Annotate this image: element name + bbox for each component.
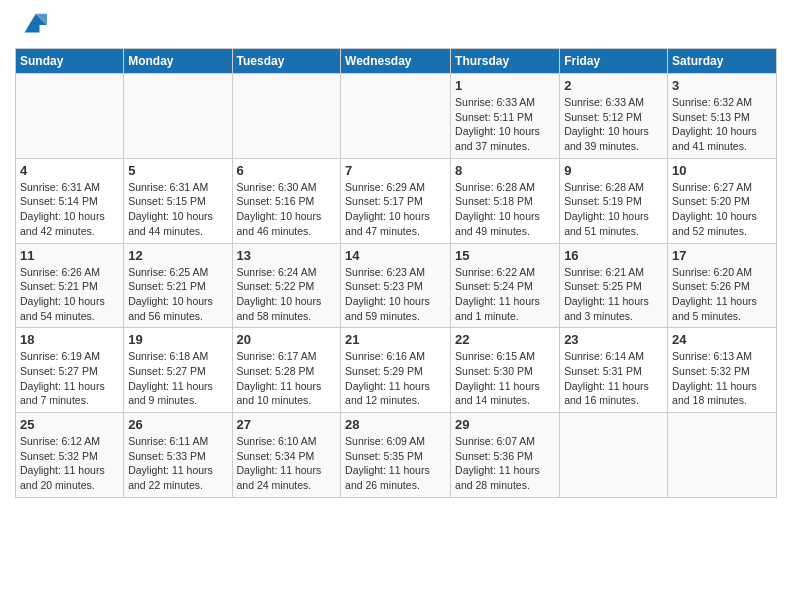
column-header-thursday: Thursday	[451, 49, 560, 74]
logo-icon	[17, 10, 47, 40]
day-info: Sunrise: 6:21 AM Sunset: 5:25 PM Dayligh…	[564, 265, 663, 324]
day-info: Sunrise: 6:29 AM Sunset: 5:17 PM Dayligh…	[345, 180, 446, 239]
day-number: 12	[128, 248, 227, 263]
day-number: 3	[672, 78, 772, 93]
day-info: Sunrise: 6:23 AM Sunset: 5:23 PM Dayligh…	[345, 265, 446, 324]
calendar-day-cell: 28Sunrise: 6:09 AM Sunset: 5:35 PM Dayli…	[341, 413, 451, 498]
day-number: 24	[672, 332, 772, 347]
day-number: 13	[237, 248, 337, 263]
calendar-day-cell: 24Sunrise: 6:13 AM Sunset: 5:32 PM Dayli…	[668, 328, 777, 413]
calendar-header-row: SundayMondayTuesdayWednesdayThursdayFrid…	[16, 49, 777, 74]
day-info: Sunrise: 6:12 AM Sunset: 5:32 PM Dayligh…	[20, 434, 119, 493]
day-number: 16	[564, 248, 663, 263]
calendar-day-cell	[560, 413, 668, 498]
calendar-day-cell: 12Sunrise: 6:25 AM Sunset: 5:21 PM Dayli…	[124, 243, 232, 328]
calendar-day-cell: 19Sunrise: 6:18 AM Sunset: 5:27 PM Dayli…	[124, 328, 232, 413]
day-info: Sunrise: 6:22 AM Sunset: 5:24 PM Dayligh…	[455, 265, 555, 324]
day-info: Sunrise: 6:28 AM Sunset: 5:18 PM Dayligh…	[455, 180, 555, 239]
day-number: 20	[237, 332, 337, 347]
calendar-day-cell: 2Sunrise: 6:33 AM Sunset: 5:12 PM Daylig…	[560, 74, 668, 159]
day-info: Sunrise: 6:20 AM Sunset: 5:26 PM Dayligh…	[672, 265, 772, 324]
day-number: 18	[20, 332, 119, 347]
day-number: 27	[237, 417, 337, 432]
logo	[15, 10, 47, 40]
calendar-day-cell: 8Sunrise: 6:28 AM Sunset: 5:18 PM Daylig…	[451, 158, 560, 243]
day-number: 11	[20, 248, 119, 263]
calendar-day-cell: 18Sunrise: 6:19 AM Sunset: 5:27 PM Dayli…	[16, 328, 124, 413]
day-info: Sunrise: 6:25 AM Sunset: 5:21 PM Dayligh…	[128, 265, 227, 324]
day-info: Sunrise: 6:28 AM Sunset: 5:19 PM Dayligh…	[564, 180, 663, 239]
day-info: Sunrise: 6:31 AM Sunset: 5:15 PM Dayligh…	[128, 180, 227, 239]
day-info: Sunrise: 6:10 AM Sunset: 5:34 PM Dayligh…	[237, 434, 337, 493]
calendar-day-cell: 5Sunrise: 6:31 AM Sunset: 5:15 PM Daylig…	[124, 158, 232, 243]
day-number: 14	[345, 248, 446, 263]
calendar-week-row: 4Sunrise: 6:31 AM Sunset: 5:14 PM Daylig…	[16, 158, 777, 243]
day-info: Sunrise: 6:24 AM Sunset: 5:22 PM Dayligh…	[237, 265, 337, 324]
day-info: Sunrise: 6:17 AM Sunset: 5:28 PM Dayligh…	[237, 349, 337, 408]
day-number: 5	[128, 163, 227, 178]
calendar-day-cell: 25Sunrise: 6:12 AM Sunset: 5:32 PM Dayli…	[16, 413, 124, 498]
calendar-day-cell: 4Sunrise: 6:31 AM Sunset: 5:14 PM Daylig…	[16, 158, 124, 243]
calendar-day-cell: 9Sunrise: 6:28 AM Sunset: 5:19 PM Daylig…	[560, 158, 668, 243]
day-info: Sunrise: 6:15 AM Sunset: 5:30 PM Dayligh…	[455, 349, 555, 408]
day-info: Sunrise: 6:13 AM Sunset: 5:32 PM Dayligh…	[672, 349, 772, 408]
calendar-week-row: 18Sunrise: 6:19 AM Sunset: 5:27 PM Dayli…	[16, 328, 777, 413]
day-info: Sunrise: 6:18 AM Sunset: 5:27 PM Dayligh…	[128, 349, 227, 408]
column-header-wednesday: Wednesday	[341, 49, 451, 74]
calendar-day-cell: 21Sunrise: 6:16 AM Sunset: 5:29 PM Dayli…	[341, 328, 451, 413]
day-number: 17	[672, 248, 772, 263]
day-number: 19	[128, 332, 227, 347]
calendar-table: SundayMondayTuesdayWednesdayThursdayFrid…	[15, 48, 777, 498]
day-info: Sunrise: 6:33 AM Sunset: 5:11 PM Dayligh…	[455, 95, 555, 154]
day-number: 21	[345, 332, 446, 347]
calendar-day-cell: 11Sunrise: 6:26 AM Sunset: 5:21 PM Dayli…	[16, 243, 124, 328]
day-info: Sunrise: 6:31 AM Sunset: 5:14 PM Dayligh…	[20, 180, 119, 239]
day-info: Sunrise: 6:14 AM Sunset: 5:31 PM Dayligh…	[564, 349, 663, 408]
day-info: Sunrise: 6:32 AM Sunset: 5:13 PM Dayligh…	[672, 95, 772, 154]
day-info: Sunrise: 6:19 AM Sunset: 5:27 PM Dayligh…	[20, 349, 119, 408]
calendar-day-cell	[341, 74, 451, 159]
column-header-saturday: Saturday	[668, 49, 777, 74]
calendar-day-cell: 20Sunrise: 6:17 AM Sunset: 5:28 PM Dayli…	[232, 328, 341, 413]
calendar-day-cell: 13Sunrise: 6:24 AM Sunset: 5:22 PM Dayli…	[232, 243, 341, 328]
calendar-day-cell: 15Sunrise: 6:22 AM Sunset: 5:24 PM Dayli…	[451, 243, 560, 328]
day-number: 23	[564, 332, 663, 347]
calendar-day-cell: 3Sunrise: 6:32 AM Sunset: 5:13 PM Daylig…	[668, 74, 777, 159]
calendar-day-cell	[16, 74, 124, 159]
column-header-friday: Friday	[560, 49, 668, 74]
calendar-week-row: 11Sunrise: 6:26 AM Sunset: 5:21 PM Dayli…	[16, 243, 777, 328]
calendar-day-cell: 29Sunrise: 6:07 AM Sunset: 5:36 PM Dayli…	[451, 413, 560, 498]
calendar-week-row: 1Sunrise: 6:33 AM Sunset: 5:11 PM Daylig…	[16, 74, 777, 159]
day-info: Sunrise: 6:11 AM Sunset: 5:33 PM Dayligh…	[128, 434, 227, 493]
day-number: 9	[564, 163, 663, 178]
calendar-day-cell: 26Sunrise: 6:11 AM Sunset: 5:33 PM Dayli…	[124, 413, 232, 498]
day-number: 10	[672, 163, 772, 178]
column-header-tuesday: Tuesday	[232, 49, 341, 74]
day-number: 8	[455, 163, 555, 178]
day-info: Sunrise: 6:27 AM Sunset: 5:20 PM Dayligh…	[672, 180, 772, 239]
calendar-day-cell: 6Sunrise: 6:30 AM Sunset: 5:16 PM Daylig…	[232, 158, 341, 243]
calendar-day-cell: 22Sunrise: 6:15 AM Sunset: 5:30 PM Dayli…	[451, 328, 560, 413]
day-number: 25	[20, 417, 119, 432]
calendar-day-cell: 16Sunrise: 6:21 AM Sunset: 5:25 PM Dayli…	[560, 243, 668, 328]
header	[15, 10, 777, 40]
calendar-week-row: 25Sunrise: 6:12 AM Sunset: 5:32 PM Dayli…	[16, 413, 777, 498]
day-info: Sunrise: 6:26 AM Sunset: 5:21 PM Dayligh…	[20, 265, 119, 324]
calendar-day-cell	[668, 413, 777, 498]
day-number: 26	[128, 417, 227, 432]
day-number: 15	[455, 248, 555, 263]
calendar-day-cell: 27Sunrise: 6:10 AM Sunset: 5:34 PM Dayli…	[232, 413, 341, 498]
day-number: 29	[455, 417, 555, 432]
calendar-day-cell: 7Sunrise: 6:29 AM Sunset: 5:17 PM Daylig…	[341, 158, 451, 243]
day-number: 6	[237, 163, 337, 178]
calendar-day-cell: 14Sunrise: 6:23 AM Sunset: 5:23 PM Dayli…	[341, 243, 451, 328]
day-number: 28	[345, 417, 446, 432]
day-info: Sunrise: 6:33 AM Sunset: 5:12 PM Dayligh…	[564, 95, 663, 154]
column-header-sunday: Sunday	[16, 49, 124, 74]
day-info: Sunrise: 6:07 AM Sunset: 5:36 PM Dayligh…	[455, 434, 555, 493]
column-header-monday: Monday	[124, 49, 232, 74]
calendar-day-cell: 17Sunrise: 6:20 AM Sunset: 5:26 PM Dayli…	[668, 243, 777, 328]
day-number: 4	[20, 163, 119, 178]
day-info: Sunrise: 6:09 AM Sunset: 5:35 PM Dayligh…	[345, 434, 446, 493]
day-number: 1	[455, 78, 555, 93]
